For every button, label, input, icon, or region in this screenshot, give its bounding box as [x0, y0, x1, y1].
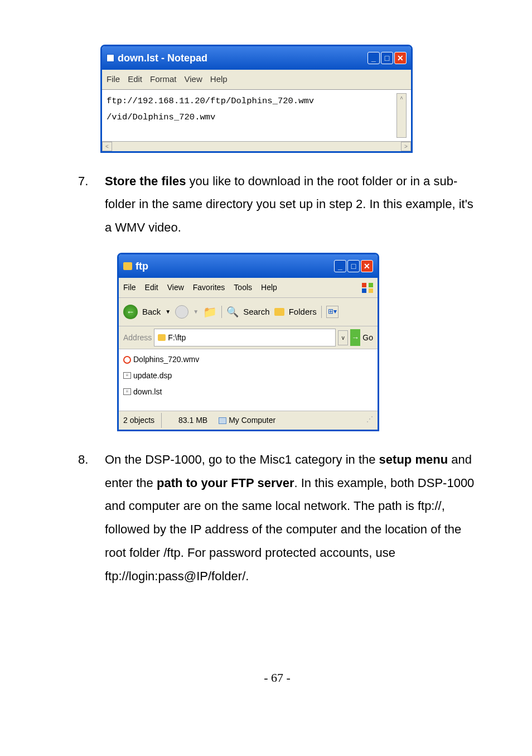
step-text: On the DSP-1000, go to the Misc1 categor…: [105, 448, 476, 588]
up-folder-icon[interactable]: 📁: [203, 301, 217, 322]
close-button[interactable]: ✕: [394, 52, 407, 64]
minimize-button[interactable]: _: [334, 260, 346, 272]
status-size: 83.1 MB: [161, 413, 207, 428]
file-list: Dolphins_720.wmv ≡ update.dsp ≡ down.lst: [119, 349, 378, 411]
explorer-title-bar: ftp _ □ ✕: [119, 254, 378, 278]
step-number: 8.: [78, 448, 105, 588]
folders-label[interactable]: Folders: [289, 304, 317, 320]
text-part: . In this example, both DSP-1000 and com…: [105, 476, 474, 583]
views-button[interactable]: ⊞▾: [326, 306, 338, 318]
explorer-toolbar: ← Back ▼ ▼ 📁 🔍 Search Folders ⊞▾: [119, 298, 378, 326]
notepad-body: ftp://192.168.11.20/ftp/Dolphins_720.wmv…: [102, 90, 411, 141]
close-button[interactable]: ✕: [361, 260, 373, 272]
notepad-title-bar: down.lst - Notepad _ □ ✕: [102, 46, 411, 70]
file-name: Dolphins_720.wmv: [133, 352, 199, 367]
window-control-buttons: _ □ ✕: [367, 52, 407, 64]
notepad-menu-bar: File Edit Format View Help: [102, 70, 411, 90]
hscroll-left[interactable]: <: [102, 142, 112, 151]
hscroll-right[interactable]: >: [401, 142, 411, 151]
lst-icon: ≡: [123, 388, 131, 395]
back-dropdown[interactable]: ▼: [165, 306, 171, 317]
address-bar: Address F:\ftp v → Go: [119, 326, 378, 350]
folders-icon[interactable]: [274, 308, 284, 316]
resize-grip[interactable]: ⋰: [366, 413, 373, 428]
folder-icon: [123, 262, 132, 270]
status-objects: 2 objects: [123, 413, 161, 428]
file-name: update.dsp: [133, 368, 172, 383]
menu-edit[interactable]: Edit: [145, 280, 158, 295]
menu-tools[interactable]: Tools: [234, 280, 252, 295]
status-location-text: My Computer: [229, 413, 275, 428]
maximize-button[interactable]: □: [347, 260, 360, 272]
search-icon[interactable]: 🔍: [226, 302, 239, 321]
step-7: 7. Store the files you like to download …: [78, 170, 476, 239]
explorer-title-text: ftp: [136, 257, 148, 276]
text-part: On the DSP-1000, go to the Misc1 categor…: [105, 452, 379, 466]
search-label[interactable]: Search: [243, 304, 270, 320]
dsp-icon: ≡: [123, 372, 131, 379]
address-dropdown[interactable]: v: [338, 330, 348, 345]
wmv-icon: [123, 356, 131, 364]
file-name: down.lst: [133, 384, 162, 399]
address-path: F:\ftp: [168, 330, 186, 345]
file-item[interactable]: ≡ update.dsp: [123, 368, 373, 384]
window-control-buttons: _ □ ✕: [334, 260, 373, 272]
step-number: 7.: [78, 170, 105, 239]
forward-dropdown[interactable]: ▼: [193, 306, 199, 317]
explorer-window: ftp _ □ ✕ File Edit View Favorites Tools…: [117, 253, 379, 431]
address-folder-icon: [158, 334, 166, 341]
status-bar: 2 objects 83.1 MB My Computer ⋰: [119, 411, 378, 430]
menu-favorites[interactable]: Favorites: [193, 280, 225, 295]
step-8: 8. On the DSP-1000, go to the Misc1 cate…: [78, 448, 476, 588]
menu-help[interactable]: Help: [261, 280, 277, 295]
go-label[interactable]: Go: [362, 330, 373, 345]
forward-button[interactable]: [175, 305, 188, 319]
menu-view[interactable]: View: [167, 280, 184, 295]
menu-edit[interactable]: Edit: [128, 71, 142, 88]
back-label[interactable]: Back: [142, 304, 161, 320]
menu-file[interactable]: File: [123, 280, 136, 295]
explorer-menu-bar: File Edit View Favorites Tools Help: [119, 278, 378, 298]
windows-flag-icon: [362, 283, 373, 293]
back-button-icon[interactable]: ←: [123, 305, 138, 319]
bold-text: path to your FTP server: [157, 476, 294, 490]
minimize-button[interactable]: _: [367, 52, 380, 64]
notepad-title-text: down.lst - Notepad: [118, 49, 207, 68]
step-bold-text: Store the files: [105, 174, 186, 188]
go-button-icon[interactable]: →: [350, 329, 360, 346]
file-item[interactable]: Dolphins_720.wmv: [123, 351, 373, 368]
address-label: Address: [123, 330, 152, 345]
notepad-app-icon: [107, 54, 114, 62]
step-text: Store the files you like to download in …: [105, 170, 476, 239]
menu-view[interactable]: View: [185, 71, 202, 88]
status-location: My Computer: [219, 413, 275, 428]
address-field[interactable]: F:\ftp: [154, 329, 336, 347]
bold-text: setup menu: [379, 452, 448, 466]
page-number: - 67 -: [78, 666, 476, 690]
file-item[interactable]: ≡ down.lst: [123, 384, 373, 400]
vscroll[interactable]: ^: [396, 93, 407, 138]
notepad-window: down.lst - Notepad _ □ ✕ File Edit Forma…: [100, 45, 413, 153]
menu-file[interactable]: File: [107, 71, 120, 88]
menu-help[interactable]: Help: [210, 71, 228, 88]
hscroll[interactable]: < >: [102, 141, 411, 151]
menu-format[interactable]: Format: [150, 71, 177, 88]
notepad-content[interactable]: ftp://192.168.11.20/ftp/Dolphins_720.wmv…: [107, 93, 396, 138]
my-computer-icon: [219, 417, 226, 424]
maximize-button[interactable]: □: [381, 52, 393, 64]
